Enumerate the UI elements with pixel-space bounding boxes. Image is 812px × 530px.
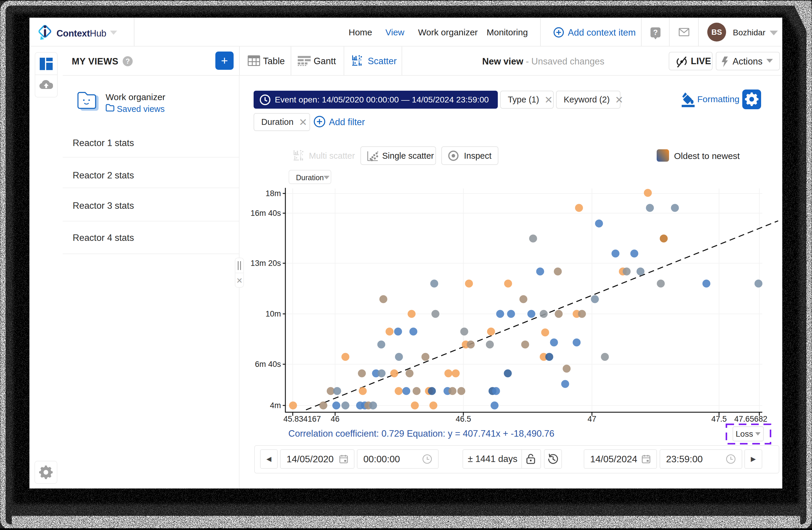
svg-text:46: 46: [331, 415, 339, 423]
svg-text:47.5: 47.5: [711, 415, 727, 423]
svg-text:47.65682: 47.65682: [734, 415, 768, 423]
svg-text:46.5: 46.5: [456, 415, 471, 423]
svg-text:18m: 18m: [265, 189, 281, 198]
svg-text:45.834167: 45.834167: [283, 415, 321, 423]
svg-text:10m: 10m: [265, 309, 281, 318]
svg-text:4m: 4m: [270, 401, 281, 410]
svg-text:13m 20s: 13m 20s: [250, 259, 281, 268]
svg-text:47: 47: [588, 415, 596, 423]
svg-text:16m 40s: 16m 40s: [250, 209, 281, 218]
svg-text:?: ?: [653, 28, 658, 37]
svg-text:6m 40s: 6m 40s: [255, 360, 281, 369]
